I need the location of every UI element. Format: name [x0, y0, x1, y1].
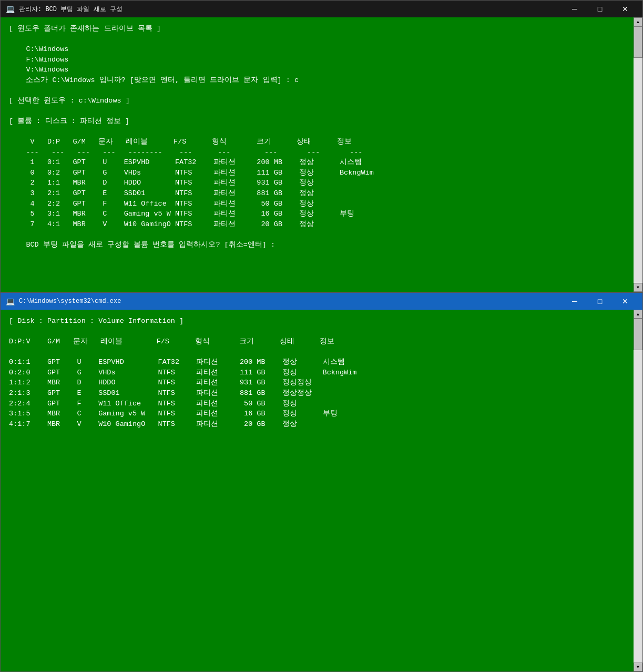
top-minimize-button[interactable]: ─: [563, 1, 587, 17]
bottom-titlebar: 💻 C:\Windows\system32\cmd.exe ─ □ ✕: [1, 293, 642, 310]
bottom-terminal-body: [ Disk : Partition : Volume Information …: [1, 310, 634, 671]
top-window-title: 관리자: BCD 부팅 파일 새로 구성: [19, 5, 563, 14]
bottom-terminal-content: [ Disk : Partition : Volume Information …: [9, 316, 625, 429]
top-scroll-track[interactable]: [634, 26, 642, 283]
bottom-minimize-button[interactable]: ─: [563, 293, 587, 310]
top-scrollbar[interactable]: ▲ ▼: [634, 17, 642, 292]
bottom-window-controls: ─ □ ✕: [563, 293, 637, 310]
top-close-button[interactable]: ✕: [613, 1, 637, 17]
bottom-scroll-down[interactable]: ▼: [634, 663, 642, 671]
bottom-window-icon: 💻: [6, 297, 15, 306]
top-scroll-thumb[interactable]: [634, 26, 642, 58]
bottom-scrollbar[interactable]: ▲ ▼: [634, 310, 642, 671]
top-terminal-body: [ 윈도우 폴더가 존재하는 드라이브 목록 ] C:\Windows F:\W…: [1, 17, 634, 292]
bottom-window-title: C:\Windows\system32\cmd.exe: [19, 298, 563, 305]
bottom-restore-button[interactable]: □: [588, 293, 612, 310]
bottom-scroll-thumb[interactable]: [634, 319, 642, 350]
top-window: 💻 관리자: BCD 부팅 파일 새로 구성 ─ □ ✕ [ 윈도우 폴더가 존…: [0, 0, 643, 292]
top-scroll-up[interactable]: ▲: [634, 17, 642, 26]
bottom-scroll-track[interactable]: [634, 319, 642, 663]
bottom-close-button[interactable]: ✕: [613, 293, 637, 310]
bottom-window: 💻 C:\Windows\system32\cmd.exe ─ □ ✕ [ Di…: [0, 292, 643, 672]
top-window-icon: 💻: [6, 5, 15, 14]
bottom-scroll-up[interactable]: ▲: [634, 310, 642, 319]
top-window-controls: ─ □ ✕: [563, 1, 637, 17]
top-terminal-content: [ 윈도우 폴더가 존재하는 드라이브 목록 ] C:\Windows F:\W…: [9, 24, 625, 250]
top-titlebar: 💻 관리자: BCD 부팅 파일 새로 구성 ─ □ ✕: [1, 1, 642, 17]
top-restore-button[interactable]: □: [588, 1, 612, 17]
top-scroll-down[interactable]: ▼: [634, 283, 642, 292]
